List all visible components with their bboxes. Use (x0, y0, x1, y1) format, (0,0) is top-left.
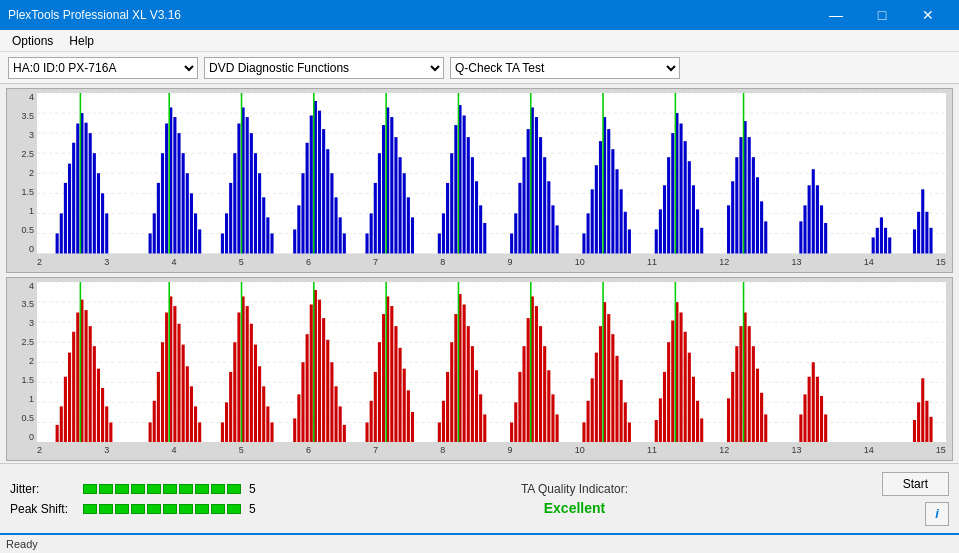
svg-rect-88 (479, 205, 482, 253)
svg-rect-125 (688, 161, 691, 253)
peak-shift-bar-container (83, 504, 241, 514)
svg-rect-104 (582, 233, 585, 253)
svg-rect-267 (599, 326, 602, 442)
top-chart-y-axis: 4 3.5 3 2.5 2 1.5 1 0.5 0 (7, 93, 37, 254)
svg-rect-84 (463, 115, 466, 253)
title-bar-left: PlexTools Professional XL V3.16 (8, 8, 181, 22)
svg-rect-196 (221, 422, 224, 442)
jitter-block-6 (163, 484, 177, 494)
svg-rect-310 (925, 400, 928, 442)
metrics-left: Jitter: 5 Peak Shift: (10, 482, 280, 516)
y-label-3-bot: 3 (29, 319, 34, 328)
maximize-button[interactable]: □ (859, 0, 905, 30)
svg-rect-272 (620, 379, 623, 442)
svg-rect-149 (876, 228, 879, 254)
svg-rect-169 (64, 376, 67, 442)
svg-rect-81 (450, 153, 453, 253)
test-selector[interactable]: Q-Check TA Test (450, 57, 680, 79)
svg-rect-146 (820, 205, 823, 253)
menu-options[interactable]: Options (4, 32, 61, 50)
svg-rect-175 (89, 326, 92, 442)
x-label-7-bot: 7 (373, 445, 378, 455)
svg-rect-30 (177, 133, 180, 253)
jitter-bar-container (83, 484, 241, 494)
svg-rect-212 (301, 362, 304, 442)
svg-rect-180 (109, 422, 112, 442)
svg-rect-246 (475, 370, 478, 442)
svg-rect-218 (326, 339, 329, 442)
jitter-block-7 (179, 484, 193, 494)
svg-rect-285 (692, 376, 695, 442)
svg-rect-44 (250, 133, 253, 253)
x-label-12-bot: 12 (719, 445, 729, 455)
device-selector[interactable]: HA:0 ID:0 PX-716A (8, 57, 198, 79)
jitter-block-2 (99, 484, 113, 494)
svg-rect-66 (370, 213, 373, 253)
svg-rect-239 (446, 371, 449, 442)
svg-rect-144 (812, 169, 815, 253)
minimize-button[interactable]: — (813, 0, 859, 30)
svg-rect-204 (254, 344, 257, 442)
svg-rect-10 (60, 213, 63, 253)
y-label-15-top: 1.5 (21, 188, 34, 197)
svg-rect-298 (764, 414, 767, 442)
svg-rect-194 (198, 422, 201, 442)
svg-rect-203 (250, 323, 253, 442)
x-label-9-top: 9 (508, 257, 513, 267)
svg-rect-152 (888, 237, 891, 253)
y-label-2-bot: 2 (29, 357, 34, 366)
svg-rect-52 (297, 205, 300, 253)
svg-rect-289 (727, 398, 730, 442)
start-btn-area: Start i (869, 472, 949, 526)
close-button[interactable]: ✕ (905, 0, 951, 30)
y-label-4-top: 4 (29, 93, 34, 102)
svg-rect-155 (921, 189, 924, 253)
y-label-1-bot: 1 (29, 395, 34, 404)
svg-rect-62 (339, 217, 342, 253)
svg-rect-297 (760, 392, 763, 442)
svg-rect-306 (824, 414, 827, 442)
x-label-5-top: 5 (239, 257, 244, 267)
svg-rect-29 (173, 117, 176, 253)
svg-rect-305 (820, 395, 823, 442)
bottom-chart-x-axis: 2 3 4 5 6 7 8 9 10 11 12 13 14 15 (37, 442, 946, 458)
menu-help[interactable]: Help (61, 32, 102, 50)
svg-rect-87 (475, 181, 478, 253)
svg-rect-186 (165, 312, 168, 442)
svg-rect-82 (454, 125, 457, 253)
svg-rect-97 (535, 117, 538, 253)
peak-block-3 (115, 504, 129, 514)
x-label-2-bot: 2 (37, 445, 42, 455)
svg-rect-185 (161, 342, 164, 442)
peak-block-6 (163, 504, 177, 514)
svg-rect-232 (399, 347, 402, 442)
svg-rect-269 (607, 314, 610, 442)
svg-rect-292 (739, 326, 742, 442)
info-button[interactable]: i (925, 502, 949, 526)
jitter-block-4 (131, 484, 145, 494)
svg-rect-227 (378, 342, 381, 442)
svg-rect-213 (306, 334, 309, 442)
x-label-3-bot: 3 (104, 445, 109, 455)
function-selector[interactable]: DVD Diagnostic Functions (204, 57, 444, 79)
svg-rect-304 (816, 376, 819, 442)
svg-rect-75 (407, 197, 410, 253)
svg-rect-135 (748, 137, 751, 253)
svg-rect-273 (624, 402, 627, 442)
svg-rect-205 (258, 366, 261, 442)
svg-rect-133 (739, 137, 742, 253)
svg-rect-130 (727, 205, 730, 253)
x-label-4-bot: 4 (171, 445, 176, 455)
svg-rect-156 (925, 212, 928, 254)
svg-rect-67 (374, 183, 377, 254)
svg-rect-118 (659, 209, 662, 253)
start-button[interactable]: Start (882, 472, 949, 496)
bottom-chart-svg (37, 282, 946, 443)
svg-rect-101 (551, 205, 554, 253)
y-label-25-bot: 2.5 (21, 338, 34, 347)
svg-rect-221 (339, 406, 342, 442)
svg-rect-43 (246, 117, 249, 253)
svg-rect-110 (607, 129, 610, 253)
svg-rect-106 (591, 189, 594, 253)
svg-rect-220 (334, 386, 337, 442)
